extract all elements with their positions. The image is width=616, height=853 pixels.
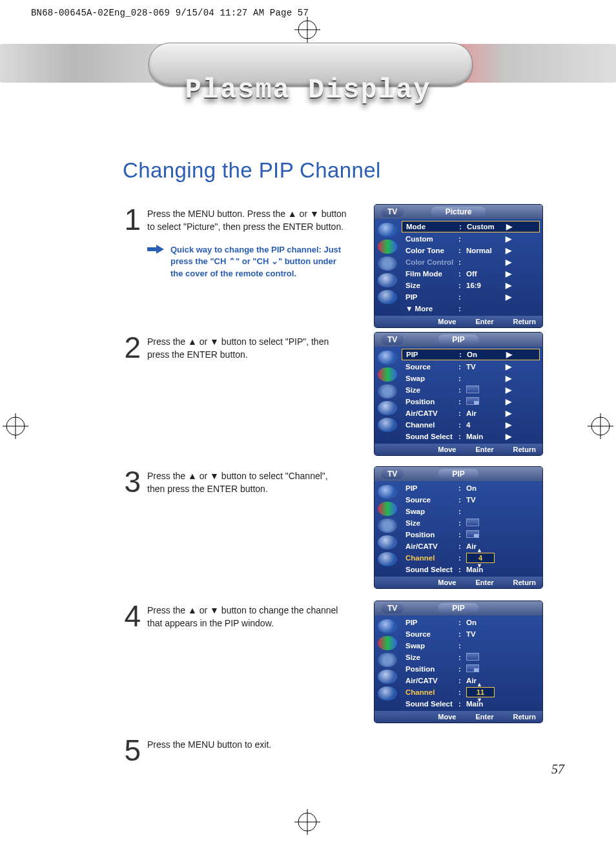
page-title: Changing the PIP Channel	[123, 158, 575, 183]
svg-marker-12	[147, 245, 164, 254]
osd-tv-label: TV	[381, 334, 404, 345]
cropmark-left	[3, 413, 28, 439]
osd-row: Air/CATV:Air	[402, 675, 540, 686]
osd-screenshot-4: TVPIP PIP:OnSource:TVSwap:Size:Position:…	[375, 601, 542, 723]
osd-row: Sound Select:Main	[402, 564, 540, 575]
step-text: Press the ▲ or ▼ button to select "PIP",…	[147, 336, 329, 360]
step-text: Press the ▲ or ▼ button to select "Chann…	[147, 471, 328, 494]
footer-return: Return	[511, 318, 536, 325]
banner-title: Plasma Display	[0, 75, 616, 106]
osd-row: Mode:Custom▶	[402, 221, 540, 232]
osd-row: Sound Select:Main▶	[402, 431, 540, 442]
page-number: 57	[551, 762, 564, 777]
osd-row: Air/CATV:Air	[402, 540, 540, 552]
osd-row: Source:TV▶	[402, 361, 540, 373]
osd-row: Channel:▲▼11	[402, 686, 540, 698]
step-number: 4	[123, 601, 141, 631]
osd-row: Position:▶	[402, 396, 540, 407]
osd-row: Custom:▶	[402, 233, 540, 245]
osd-tv-label: TV	[381, 207, 404, 217]
osd-row: PIP:On▶	[402, 349, 540, 360]
osd-row: PIP:On	[402, 617, 540, 628]
osd-row: Position:	[402, 529, 540, 540]
osd-row: Swap:	[402, 506, 540, 517]
cropmark-right	[588, 413, 613, 439]
osd-rows: Mode:Custom▶Custom:▶Color Tone:Normal▶Co…	[400, 219, 542, 316]
osd-icon-column	[375, 219, 400, 316]
header-banner: Plasma Display	[0, 39, 616, 94]
osd-row: Air/CATV:Air▶	[402, 407, 540, 419]
printer-slug: BN68-00645A-02Eng_028-069 9/15/04 11:27 …	[31, 8, 309, 18]
osd-title: Picture	[431, 207, 486, 217]
cropmark-bottom	[294, 809, 320, 835]
step-number: 2	[123, 333, 141, 362]
tip-arrow-icon	[147, 244, 164, 258]
osd-row: Channel:▲▼4	[402, 552, 540, 564]
osd-row: ▼ More:	[402, 303, 540, 314]
osd-row: PIP:▶	[402, 291, 540, 303]
osd-screenshot-1: TV Picture Mode:Custom▶Custom:▶Color Ton…	[375, 205, 542, 327]
osd-footer: Move Enter Return	[375, 316, 542, 327]
osd-screenshot-3: TVPIP PIP:OnSource:TVSwap:Size:Position:…	[375, 467, 542, 588]
osd-row: Size:	[402, 517, 540, 529]
osd-row: Sound Select:Main	[402, 698, 540, 710]
step-number: 3	[123, 467, 141, 497]
step-number: 1	[123, 205, 141, 234]
osd-row: Size:▶	[402, 384, 540, 396]
osd-row: Color Control:▶	[402, 256, 540, 268]
tip-text: Quick way to change the PIP channel: Jus…	[170, 244, 347, 281]
osd-row: Swap:▶	[402, 373, 540, 384]
step-text: Press the MENU button to exit.	[147, 739, 271, 750]
step-number: 5	[123, 735, 141, 765]
osd-row: PIP:On	[402, 482, 540, 494]
osd-row: Size:	[402, 652, 540, 663]
osd-row: Position:	[402, 663, 540, 675]
step-text: Press the ▲ or ▼ button to change the ch…	[147, 605, 338, 628]
osd-row: Channel:4▶	[402, 419, 540, 431]
osd-row: Swap:	[402, 640, 540, 652]
osd-row: Source:TV	[402, 628, 540, 640]
footer-move: Move	[435, 318, 456, 325]
osd-row: Source:TV	[402, 494, 540, 506]
osd-screenshot-2: TVPIP PIP:On▶Source:TV▶Swap:▶Size:▶Posit…	[375, 333, 542, 455]
step-text: Press the MENU button. Press the ▲ or ▼ …	[147, 209, 347, 232]
osd-row: Color Tone:Normal▶	[402, 245, 540, 256]
osd-row: Size:16:9▶	[402, 280, 540, 291]
osd-title: PIP	[438, 334, 478, 345]
osd-row: Film Mode:Off▶	[402, 268, 540, 280]
footer-enter: Enter	[473, 318, 493, 325]
